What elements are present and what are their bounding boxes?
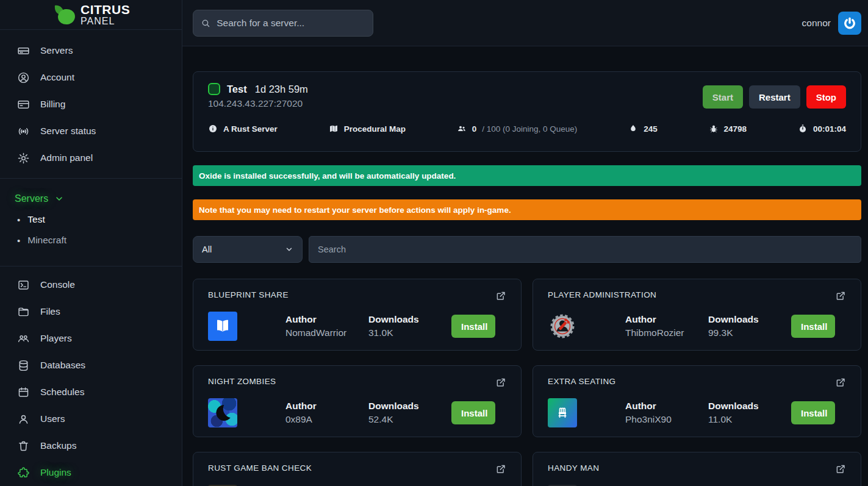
plugin-search-input[interactable]	[318, 245, 852, 254]
server-search-box[interactable]	[193, 10, 373, 37]
stat-text: 00:01:04	[813, 124, 846, 134]
sidebar: CITRUS PANEL Servers Account Billing Ser…	[0, 0, 182, 486]
success-banner: Oxide is installed successfully, and wil…	[193, 165, 861, 186]
external-link-icon[interactable]	[495, 290, 506, 304]
server-stats-row: A Rust Server Procedural Map 0 / 100 (0 …	[208, 124, 846, 134]
restart-button[interactable]: Restart	[749, 85, 800, 109]
sidebar-server-minecraft[interactable]: Minecraft	[0, 230, 182, 251]
server-link-label: Minecraft	[27, 235, 66, 246]
plugin-author-block: Author 0x89A	[285, 401, 368, 425]
book-icon	[208, 312, 237, 341]
sidebar-item-schedules[interactable]: Schedules	[0, 379, 182, 406]
plugin-card-night-zombies: NIGHT ZOMBIES Author 0x89A Downloads	[193, 365, 522, 437]
sidebar-item-console[interactable]: Console	[0, 271, 182, 298]
author-label: Author	[625, 314, 708, 325]
plugin-downloads-block: Downloads 31.0K	[368, 314, 451, 338]
sidebar-item-backups[interactable]: Backups	[0, 432, 182, 459]
brand-title: CITRUS	[81, 3, 130, 16]
user-avatar[interactable]	[838, 12, 861, 35]
plugin-grid: BLUEPRINT SHARE Author NomadWarrior Down…	[193, 279, 861, 486]
stat-value: 0	[472, 124, 477, 134]
stat-players: 0 / 100 (0 Joining, 0 Queue)	[457, 124, 578, 134]
sidebar-item-label: Users	[40, 413, 65, 424]
plugin-search-box[interactable]	[309, 236, 861, 263]
start-button[interactable]: Start	[703, 85, 743, 109]
calendar-icon	[17, 386, 30, 399]
external-link-icon[interactable]	[835, 290, 846, 304]
author-value: Pho3niX90	[625, 414, 708, 425]
install-button[interactable]: Install	[791, 315, 835, 338]
external-link-icon[interactable]	[835, 377, 846, 390]
stat-text: 24798	[724, 124, 747, 134]
stat-entities: 24798	[709, 124, 747, 134]
external-link-icon[interactable]	[835, 463, 846, 477]
sidebar-item-plugins[interactable]: Plugins	[0, 459, 182, 486]
bug-icon	[709, 124, 719, 134]
install-button[interactable]: Install	[451, 315, 495, 338]
sidebar-item-label: Backups	[40, 440, 76, 451]
plugin-title: RUST GAME BAN CHECK	[208, 463, 312, 473]
sidebar-item-admin-panel[interactable]: Admin panel	[0, 145, 182, 171]
stat-server-type: A Rust Server	[208, 124, 278, 134]
external-link-icon[interactable]	[495, 377, 506, 390]
sidebar-item-label: Account	[40, 72, 74, 83]
sidebar-item-databases[interactable]: Databases	[0, 352, 182, 379]
sidebar-item-label: Server status	[40, 126, 96, 137]
folder-icon	[17, 306, 30, 318]
sidebar-server-test[interactable]: Test	[0, 209, 182, 230]
gear-wrench-icon	[548, 312, 577, 341]
plugin-downloads-block: Downloads 99.3K	[708, 314, 791, 338]
sidebar-item-account[interactable]: Account	[0, 64, 182, 91]
stat-map: Procedural Map	[329, 124, 406, 134]
info-icon	[208, 124, 218, 134]
downloads-value: 11.0K	[708, 414, 791, 425]
warning-banner: Note that you may need to restart your s…	[193, 199, 861, 220]
sidebar-item-billing[interactable]: Billing	[0, 91, 182, 118]
archive-bin-icon	[17, 440, 30, 452]
server-uptime: 1d 23h 59m	[255, 84, 308, 95]
servers-dropdown-toggle[interactable]: Servers	[0, 188, 182, 209]
sidebar-item-label: Schedules	[40, 387, 84, 398]
sidebar-item-label: Billing	[40, 99, 65, 110]
sidebar-item-servers[interactable]: Servers	[0, 37, 182, 64]
plugin-title: NIGHT ZOMBIES	[208, 377, 276, 386]
plugin-category-value: All	[202, 245, 212, 254]
downloads-label: Downloads	[708, 314, 791, 325]
stat-clock: 00:01:04	[798, 124, 846, 134]
plugin-card-handy-man: HANDY MAN Install	[533, 452, 861, 486]
moon-icon	[208, 398, 237, 427]
server-search-input[interactable]	[217, 18, 365, 29]
plugin-author-block: Author NomadWarrior	[285, 314, 368, 338]
stop-button[interactable]: Stop	[806, 85, 846, 109]
topbar: connor	[182, 0, 868, 46]
sidebar-item-server-status[interactable]: Server status	[0, 118, 182, 145]
gear-icon	[17, 152, 30, 165]
plugin-card-player-administration: PLAYER ADMINISTRATION Author ThibmoRozie…	[533, 279, 861, 351]
plugin-category-select[interactable]: All	[193, 236, 303, 263]
author-label: Author	[285, 314, 368, 325]
credit-card-icon	[17, 98, 30, 111]
puzzle-icon	[17, 466, 30, 479]
map-icon	[329, 124, 339, 134]
server-overview-card: Test 1d 23h 59m 104.243.43.227:27020 Sta…	[193, 71, 861, 152]
sidebar-item-label: Databases	[40, 360, 85, 371]
sidebar-item-users[interactable]: Users	[0, 406, 182, 432]
servers-dropdown-label: Servers	[15, 193, 48, 204]
plugin-filter-row: All	[193, 236, 861, 263]
author-label: Author	[285, 401, 368, 412]
downloads-value: 52.4K	[368, 414, 451, 425]
chair-icon	[548, 398, 577, 427]
citrus-lime-icon	[52, 2, 77, 27]
chevron-down-icon	[54, 194, 64, 204]
install-button[interactable]: Install	[451, 401, 495, 424]
external-link-icon[interactable]	[495, 463, 506, 477]
install-button[interactable]: Install	[791, 401, 835, 424]
warning-banner-text: Note that you may need to restart your s…	[199, 205, 511, 215]
sidebar-item-label: Plugins	[40, 467, 71, 478]
plugin-card-extra-seating: EXTRA SEATING Author Pho3niX90 Downloads	[533, 365, 861, 437]
server-name: Test	[227, 84, 247, 95]
sidebar-item-players[interactable]: Players	[0, 325, 182, 352]
sidebar-item-files[interactable]: Files	[0, 298, 182, 325]
hard-drive-icon	[17, 45, 30, 57]
person-circle-icon	[17, 71, 30, 84]
